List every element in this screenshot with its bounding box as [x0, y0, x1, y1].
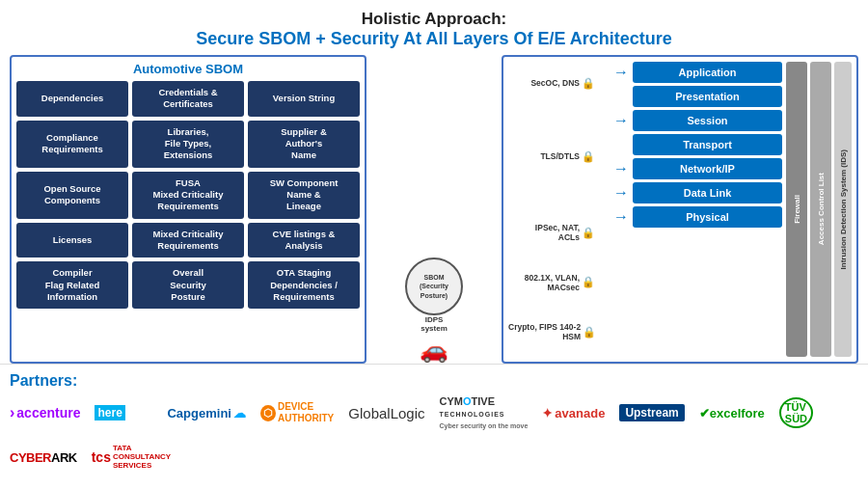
- partner-cyberark: CYBERARK: [10, 450, 77, 465]
- firewall-bar: Firewall: [786, 62, 807, 357]
- sbom-cell-opensource: Open SourceComponents: [16, 172, 128, 219]
- layer-network: Network/IP: [633, 158, 782, 179]
- layer-network-row: → Network/IP: [613, 158, 782, 179]
- osi-row-application: SecOC, DNS 🔒: [508, 77, 610, 90]
- layer-session-row: → Session: [613, 110, 782, 131]
- proto-crypto: Crypto, FIPS 140-2HSM 🔒: [508, 322, 596, 341]
- partner-avanade: ✦ avanade: [542, 406, 605, 420]
- proto-tls: TLS/DTLS 🔒: [508, 150, 595, 163]
- partner-tuv: TÜVSÜD: [779, 397, 837, 428]
- layer-physical-row: → Physical: [613, 206, 782, 228]
- layer-datalink-row: → Data Link: [613, 182, 782, 203]
- layers-col: → Application → Presentation → Session →…: [613, 62, 782, 357]
- header-title-line1: Holistic Approach:: [10, 10, 858, 29]
- partner-capgemini: Capgemini☁: [167, 406, 245, 420]
- partner-tcs: tcs TATACONSULTANCYSERVICES: [92, 445, 171, 470]
- partner-excelfore: ✔excelfore: [699, 406, 765, 420]
- layer-presentation-row: → Presentation: [613, 86, 782, 107]
- header-title-line2: Secure SBOM + Security At All Layers Of …: [10, 29, 858, 49]
- partners-row: › accenture here Capgemini☁ ⬡ DEVICEAUTH…: [10, 395, 858, 470]
- osi-panel: SecOC, DNS 🔒 TLS/DTLS 🔒 IPSec, NAT,ACLs …: [502, 55, 858, 364]
- ids-bar: Intrusion Detection System (IDS): [834, 62, 852, 357]
- firewall-label: Firewall: [793, 195, 801, 224]
- sbom-circle-container: SBOM(SecurityPosture) IDPSsystem 🚗: [405, 258, 463, 364]
- idps-label: IDPSsystem: [420, 315, 448, 333]
- layer-physical: Physical: [633, 206, 782, 228]
- sbom-cell-fusa: FUSAMixed CriticalityRequirements: [132, 172, 244, 219]
- proto-8021x: 802.1X, VLAN,MACsec 🔒: [508, 273, 595, 292]
- main-container: Holistic Approach: Secure SBOM + Securit…: [0, 0, 868, 488]
- protocol-col: SecOC, DNS 🔒 TLS/DTLS 🔒 IPSec, NAT,ACLs …: [508, 62, 610, 357]
- middle-diagram: SBOM(SecurityPosture) IDPSsystem 🚗: [376, 55, 492, 364]
- acl-bar: Access Control List: [810, 62, 831, 357]
- sbom-cell-licenses: Licenses: [16, 223, 128, 258]
- partner-globallogic: GlobalLogic: [348, 405, 424, 421]
- header: Holistic Approach: Secure SBOM + Securit…: [0, 0, 868, 55]
- partner-here: here: [95, 405, 152, 420]
- osi-row-network: IPSec, NAT,ACLs 🔒: [508, 223, 610, 242]
- partner-accenture: › accenture: [10, 404, 80, 421]
- osi-row-session: TLS/DTLS 🔒: [508, 150, 610, 163]
- ids-label: Intrusion Detection System (IDS): [839, 149, 848, 269]
- sbom-cell-compiler: CompilerFlag RelatedInformation: [16, 261, 128, 309]
- sbom-cell-security: OverallSecurityPosture: [132, 261, 244, 309]
- car-icon: 🚗: [420, 337, 448, 364]
- layer-transport-row: → Transport: [613, 134, 782, 155]
- sbom-cell-swcomponent: SW ComponentName &Lineage: [248, 172, 360, 219]
- partners-section: Partners: › accenture here Capgemini☁ ⬡ …: [0, 364, 868, 474]
- partners-title: Partners:: [10, 372, 858, 390]
- acl-label: Access Control List: [817, 173, 826, 245]
- sbom-cell-libraries: Libraries,File Types,Extensions: [132, 121, 244, 168]
- side-bars: Firewall Access Control List Intrusion D…: [786, 62, 852, 357]
- partner-upstream: Upstream: [619, 404, 684, 421]
- sbom-cell-credentials: Credentials &Certificates: [132, 81, 244, 117]
- sbom-title: Automotive SBOM: [16, 62, 360, 76]
- partner-device-authority: ⬡ DEVICEAUTHORITY: [260, 401, 334, 424]
- osi-main: SecOC, DNS 🔒 TLS/DTLS 🔒 IPSec, NAT,ACLs …: [508, 62, 852, 357]
- content-area: Automotive SBOM Dependencies Credentials…: [0, 55, 868, 364]
- sbom-cell-mixed: Mixed CriticalityRequirements: [132, 223, 244, 258]
- proto-secocDNS: SecOC, DNS 🔒: [508, 77, 595, 90]
- proto-ipsec: IPSec, NAT,ACLs 🔒: [508, 223, 595, 242]
- osi-row-datalink: 802.1X, VLAN,MACsec 🔒: [508, 273, 610, 292]
- layer-application-row: → Application: [613, 62, 782, 83]
- layer-transport: Transport: [633, 134, 782, 155]
- sbom-cell-version: Version String: [248, 81, 360, 117]
- sbom-cell-ota: OTA StagingDependencies /Requirements: [248, 261, 360, 309]
- layer-datalink: Data Link: [633, 182, 782, 203]
- sbom-cell-dependencies: Dependencies: [16, 81, 128, 117]
- sbom-cell-compliance: ComplianceRequirements: [16, 121, 128, 168]
- layer-session: Session: [633, 110, 782, 131]
- sbom-circle: SBOM(SecurityPosture): [405, 258, 463, 315]
- layer-application: Application: [633, 62, 782, 83]
- osi-row-physical: Crypto, FIPS 140-2HSM 🔒: [508, 322, 610, 341]
- layer-presentation: Presentation: [633, 86, 782, 107]
- sbom-grid: Dependencies Credentials &Certificates V…: [16, 81, 360, 309]
- sbom-cell-cve: CVE listings &Analysis: [248, 223, 360, 258]
- sbom-panel: Automotive SBOM Dependencies Credentials…: [10, 55, 366, 364]
- partner-cymotive: CYMOTIVETECHNOLOGIESCyber security on th…: [440, 395, 529, 430]
- sbom-cell-supplier: Supplier &Author'sName: [248, 121, 360, 168]
